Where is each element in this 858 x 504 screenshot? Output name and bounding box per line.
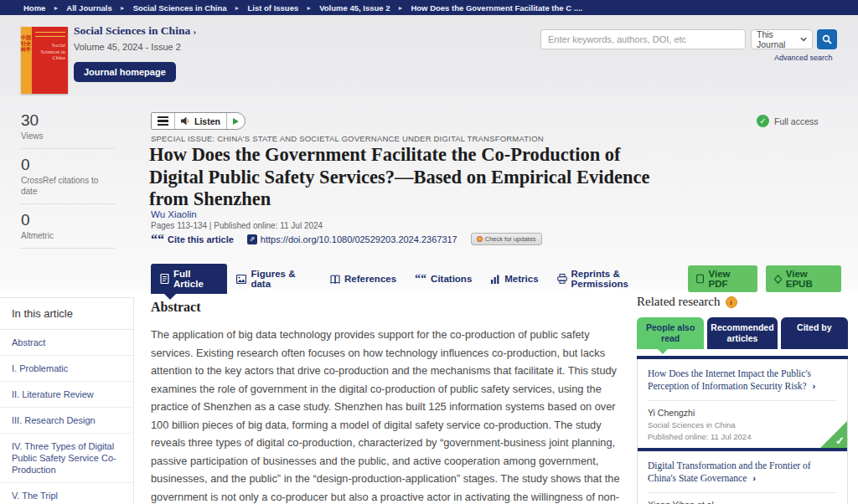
author-link[interactable]: Wu Xiaolin [151, 209, 197, 219]
related-article-title: How Does the Internet Impact the Public'… [648, 368, 811, 391]
abstract-text: The application of big data technology p… [151, 326, 625, 504]
special-issue-label: SPECIAL ISSUE: CHINA'S STATE AND SOCIETA… [151, 134, 544, 143]
in-this-article-sidebar: In this article Abstract I. Problematic … [0, 297, 134, 504]
breadcrumb-separator-icon: ► [53, 5, 59, 11]
tab-reprints-permissions[interactable]: Reprints & Permissions [548, 264, 680, 294]
chevron-right-icon: › [194, 26, 197, 36]
breadcrumb-list-of-issues[interactable]: List of Issues [248, 3, 299, 13]
tab-recommended-articles[interactable]: Recommended articles [707, 317, 777, 349]
tab-label: Figures & data [251, 269, 312, 289]
breadcrumb-separator-icon: ► [235, 5, 240, 11]
advanced-search-link[interactable]: Advanced search [774, 54, 833, 62]
journal-volume-issue[interactable]: Volume 45, 2024 - Issue 2 [74, 42, 196, 52]
altmetric-count: 0 [21, 211, 115, 229]
image-icon [236, 275, 246, 284]
related-article-item: Digital Transformation and the Frontier … [638, 451, 847, 504]
listen-menu-button[interactable] [152, 113, 174, 129]
info-icon[interactable]: i [726, 296, 737, 308]
speaker-icon [181, 116, 191, 126]
journal-title-link[interactable]: Social Sciences in China › [74, 24, 196, 38]
full-access-badge: ✓ Full access [757, 115, 819, 127]
full-access-label: Full access [774, 116, 819, 126]
tab-full-article[interactable]: Full Article [151, 264, 227, 294]
toc-item-research-design[interactable]: III. Research Design [0, 408, 133, 434]
crossmark-icon [477, 236, 483, 242]
listen-play-button[interactable] [226, 113, 245, 129]
tab-people-also-read[interactable]: People also read [637, 317, 704, 349]
hamburger-icon [158, 116, 168, 126]
toc-item-literature-review[interactable]: II. Literature Review [0, 382, 133, 408]
toc-item-abstract[interactable]: Abstract [0, 330, 133, 356]
check-icon: ✓ [835, 435, 845, 447]
related-article-link[interactable]: Digital Transformation and the Frontier … [648, 460, 837, 485]
pdf-icon [696, 274, 704, 284]
cover-rule [35, 32, 65, 33]
listen-label: Listen [194, 116, 220, 126]
search-icon [822, 34, 832, 44]
divider [21, 148, 115, 149]
tab-references[interactable]: References [321, 269, 406, 289]
toc-item-next[interactable]: V. The Tripl [0, 483, 133, 504]
breadcrumb-all-journals[interactable]: All Journals [66, 3, 111, 13]
quote-icon: ““ [415, 275, 426, 283]
bar-chart-icon [490, 275, 500, 284]
printer-icon [557, 274, 567, 284]
article-tabs: Full Article Figures & data References “… [151, 264, 841, 294]
related-article-item: How Does the Internet Impact the Public'… [638, 359, 847, 448]
listen-button[interactable]: Listen [174, 113, 226, 129]
related-article-published: Published online: 11 Jul 2024 [648, 432, 837, 441]
toc-item-three-types[interactable]: IV. Three Types of Digital Public Safety… [0, 434, 133, 483]
doi-text: https://doi.org/10.1080/02529203.2024.23… [261, 234, 457, 244]
toc-heading: In this article [0, 298, 133, 330]
breadcrumb-current-article: How Does the Government Facilitate the C… [411, 3, 582, 13]
cite-row: ““ Cite this article ⇗ https://doi.org/1… [151, 233, 542, 245]
divider [21, 248, 115, 249]
book-icon [330, 275, 340, 284]
tab-label: Metrics [504, 274, 538, 284]
abstract-heading: Abstract [151, 300, 625, 315]
tab-cited-by[interactable]: Cited by [781, 317, 848, 349]
abstract-section: Abstract The application of big data tec… [151, 300, 625, 504]
check-updates-label: Check for updates [485, 235, 536, 243]
related-research-heading: Related research i [637, 295, 848, 309]
related-heading-text: Related research [637, 295, 721, 309]
article-metrics: 30 Views 0 CrossRef citations to date 0 … [21, 111, 115, 255]
tab-citations[interactable]: ““ Citations [406, 269, 481, 289]
related-article-link[interactable]: How Does the Internet Impact the Public'… [648, 368, 837, 393]
journal-homepage-button[interactable]: Journal homepage [74, 62, 176, 82]
tab-label: Full Article [173, 269, 218, 289]
altmetric-label: Altmetric [21, 230, 115, 241]
search-input[interactable] [540, 29, 746, 49]
search-button[interactable] [817, 29, 837, 49]
view-epub-label: View EPUB [786, 269, 833, 289]
breadcrumb-journal[interactable]: Social Sciences in China [133, 3, 227, 13]
listen-toolbar: Listen [151, 112, 246, 130]
crossref-count: 0 [21, 156, 115, 174]
divider [648, 400, 837, 401]
cover-rule [35, 36, 65, 37]
related-articles-list: How Does the Internet Impact the Public'… [637, 359, 848, 504]
view-epub-button[interactable]: View EPUB [766, 265, 841, 292]
cite-this-article-button[interactable]: ““ Cite this article [151, 234, 234, 244]
breadcrumb-home[interactable]: Home [23, 3, 45, 13]
view-pdf-button[interactable]: View PDF [688, 265, 757, 292]
epub-icon [774, 275, 782, 284]
doi-link[interactable]: ⇗ https://doi.org/10.1080/02529203.2024.… [247, 234, 457, 244]
search-scope-value: This Journal [757, 29, 800, 49]
tab-figures-data[interactable]: Figures & data [227, 264, 321, 294]
breadcrumb-issue[interactable]: Volume 45, Issue 2 [319, 3, 390, 13]
check-for-updates-button[interactable]: Check for updates [471, 233, 542, 245]
toc-item-problematic[interactable]: I. Problematic [0, 356, 133, 382]
play-icon [233, 118, 239, 125]
tab-metrics[interactable]: Metrics [481, 269, 547, 289]
document-icon [160, 274, 169, 284]
chevron-down-icon [800, 37, 807, 42]
journal-cover-image[interactable]: 中国社会科学 Social Sciences in China [21, 27, 68, 94]
journal-info: Social Sciences in China › Volume 45, 20… [74, 24, 196, 82]
breadcrumb-separator-icon: ► [120, 5, 126, 11]
journal-cover-title: Social Sciences in China [32, 42, 65, 61]
related-tabs: People also read Recommended articles Ci… [637, 317, 848, 349]
chevron-right-icon: › [752, 473, 756, 483]
tab-label: Reprints & Permissions [571, 269, 671, 289]
search-scope-select[interactable]: This Journal [751, 29, 813, 49]
